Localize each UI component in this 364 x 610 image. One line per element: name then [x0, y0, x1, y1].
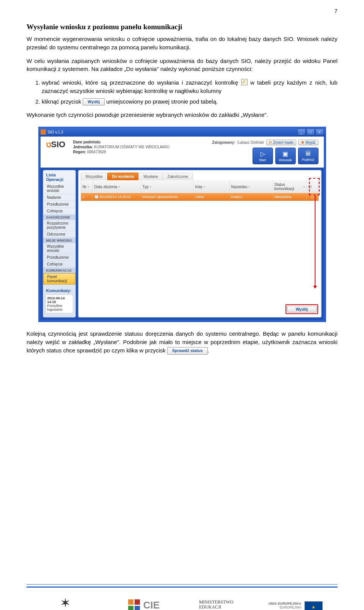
nav-start[interactable]: ▷Start [253, 148, 273, 164]
window-title: SIO v.1.3 [48, 130, 63, 134]
logo-men: MINISTERSTWOEDUKACJINARODOWEJ [199, 600, 234, 610]
titlebar: SIO v.1.3 _ □ × [39, 127, 325, 137]
logo: טSIO [46, 140, 66, 149]
sidebar-header: Lista Operacji: [43, 173, 75, 182]
logged-label: Zalogowany: [212, 140, 235, 145]
highlight-box [309, 178, 320, 195]
sidebar: Lista Operacji: Wszystkie wnioski Nadani… [43, 170, 76, 318]
side-item[interactable]: Przedłużenie [43, 201, 75, 208]
komunikaty-header: Komunikaty: [43, 288, 75, 293]
step2-text-b: umiejscowiony po prawej stronie pod tabe… [106, 98, 218, 105]
logged-user: Łukasz Doliński [237, 140, 264, 145]
tab-wszystkie[interactable]: Wszystkie [81, 173, 108, 180]
checkbox-icon [241, 79, 248, 85]
arrow-annotation [315, 195, 315, 286]
header-info: Dane podmiotu Jednostka: KURATORIUM OŚWI… [73, 140, 169, 154]
side-group: ZAKOŃCZONE [43, 215, 75, 220]
wyslij-inline-button: Wyślij [83, 98, 105, 106]
side-item[interactable]: Cofnięcie [43, 261, 75, 268]
step-1: wybrać wnioski, które są przeznaczone do… [42, 79, 337, 95]
nav-wniosek[interactable]: ▣Wniosek [275, 148, 296, 164]
footer-separator [27, 584, 337, 588]
screenshot-window: SIO v.1.3 _ □ × טSIO Dane podmiotu Jedno… [38, 127, 326, 322]
app-icon [41, 129, 46, 135]
tab-wyslane[interactable]: Wysłane [138, 173, 163, 180]
change-password-button[interactable]: ⟳Zmień hasło [266, 140, 296, 145]
side-group: KOMUNIKACJA [43, 268, 75, 273]
logo-kapital-ludzki: ✶ KAPITAŁ LUDZKINARODOWA STRATEGIA SPÓJN… [41, 595, 88, 610]
side-item[interactable]: Odrzucone [43, 231, 75, 238]
send-button-highlight: Wyślij [286, 304, 318, 314]
step2-text-a: kliknąć przycisk [42, 98, 83, 105]
page-number: 7 [334, 8, 337, 14]
minimize-button[interactable]: _ [297, 129, 306, 135]
send-button[interactable]: Wyślij [287, 306, 317, 313]
table-header: Nr▾ Data złożenia▾ Typ▾ Imię▾ Nazwisko▾ … [81, 180, 318, 193]
paragraph-4: Kolejną czynnością jest sprawdzenie stat… [27, 330, 337, 354]
maximize-button[interactable]: □ [306, 129, 315, 135]
side-item[interactable]: Nadanie [43, 194, 75, 201]
paragraph-1: W momencie wygenerowania wniosku o cofni… [27, 35, 337, 52]
table-row[interactable]: 2 🕘 2012/09/14 14:18:16 Wniosek Upoważni… [81, 193, 318, 201]
nav-podmiot[interactable]: 🏛Podmiot [298, 148, 318, 164]
step1-text-a: wybrać wnioski, które są przeznaczone do… [42, 79, 241, 86]
close-button[interactable]: × [315, 129, 324, 135]
side-item[interactable]: Wszystkie wnioski [43, 183, 75, 194]
tab-do-wyslania[interactable]: Do wysłania [107, 173, 139, 180]
heading: Wysyłanie wniosku z poziomu panelu komun… [27, 23, 337, 31]
logo-ue: UNIA EUROPEJSKAEUROPEJSKIFUNDUSZ SPOŁECZ… [264, 601, 323, 610]
side-item[interactable]: Rozpatrzone pozytywnie [43, 220, 75, 231]
side-item[interactable]: Wszystkie wnioski [43, 243, 75, 254]
side-item[interactable]: Cofnięcie [43, 208, 75, 215]
sprawdz-status-button: Sprawdź status [167, 347, 208, 355]
step-2: kliknąć przycisk Wyślij umiejscowiony po… [42, 97, 337, 106]
komunikat: 2012-09-14 14:15 Pomyślne logowanie [46, 294, 73, 313]
tab-zakonczone[interactable]: Zakończone [163, 173, 193, 180]
logo-cie: CIE CENTRUM INFORMATYCZNE EDUKACJI [119, 599, 169, 610]
footer-logos: ✶ KAPITAŁ LUDZKINARODOWA STRATEGIA SPÓJN… [0, 591, 364, 610]
logout-button[interactable]: ✖Wyjdź [298, 140, 318, 145]
paragraph-3: Wykonanie tych czynności powoduje przeni… [27, 111, 337, 119]
side-group: MOJE WNIOSKI [43, 238, 75, 243]
side-item[interactable]: Przedłużenie [43, 254, 75, 261]
content-area: Wszystkie Do wysłania Wysłane Zakończone… [78, 170, 322, 318]
side-item-panel-komunikacji[interactable]: Panel komunikacji [43, 273, 75, 285]
paragraph-2: W celu wysłania zapisanych wniosków o co… [27, 57, 337, 74]
